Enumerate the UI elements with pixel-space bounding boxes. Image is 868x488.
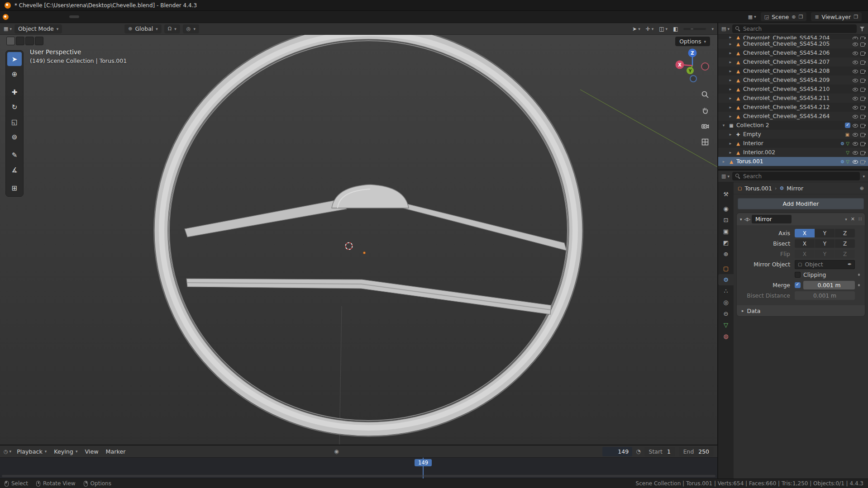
camera-view-icon[interactable] (700, 121, 711, 132)
disable-in-renders-toggle[interactable] (860, 114, 866, 119)
shading-solid[interactable] (691, 28, 693, 29)
editor-type-dropdown[interactable]: ▦ ▾ (4, 26, 12, 32)
hide-in-viewport-toggle[interactable] (852, 68, 858, 74)
hide-in-viewport-toggle[interactable] (852, 95, 858, 101)
outliner-row[interactable]: ▸ ▲ Chevrolet_Chevelle_SS454.208 (718, 66, 868, 76)
disable-in-renders-toggle[interactable] (860, 132, 866, 137)
bisect-x-button[interactable]: X (795, 239, 815, 248)
select-visibility-dropdown[interactable]: ➤ ▾ (632, 26, 640, 32)
workspace-tab-scripting[interactable] (178, 15, 188, 18)
new-view-layer-icon[interactable]: ❐ (854, 14, 858, 20)
timeline-scrollbar[interactable] (2, 475, 715, 477)
tab-modifiers[interactable]: ⚙ (718, 274, 734, 285)
disable-in-renders-toggle[interactable] (860, 104, 866, 110)
disclosure-icon[interactable]: ▸ (728, 150, 733, 155)
pin-icon[interactable]: ⊕ (860, 185, 864, 191)
disable-in-renders-toggle[interactable] (860, 95, 866, 101)
select-mode-subtract[interactable] (25, 37, 34, 45)
disclosure-icon[interactable]: ▸ (728, 105, 733, 109)
collapse-icon[interactable]: ▾ (740, 217, 742, 222)
disclosure-icon[interactable]: ▸ (728, 114, 733, 118)
hide-in-viewport-toggle[interactable] (852, 41, 858, 47)
flip-z-button[interactable]: Z (835, 250, 855, 258)
tab-object-data[interactable]: ▽ (718, 319, 734, 331)
blender-menu-icon[interactable] (3, 14, 9, 20)
outliner-row[interactable]: ▸ ▲ Chevrolet_Chevelle_SS454.212 (718, 103, 868, 112)
shading-material-preview[interactable] (696, 28, 699, 29)
shading-rendered[interactable] (701, 28, 704, 29)
tool-move[interactable]: ✚ (7, 85, 22, 99)
hide-in-viewport-toggle[interactable] (852, 35, 858, 39)
proportional-edit-toggle[interactable]: ◎ ▾ (183, 24, 199, 33)
timeline-editor-type-dropdown[interactable]: ◷ ▾ (4, 449, 11, 455)
disable-in-renders-toggle[interactable] (860, 68, 866, 74)
flip-y-button[interactable]: Y (815, 250, 835, 258)
tab-output[interactable]: ⊡ (718, 214, 734, 226)
pin-icon[interactable]: ⊕ (792, 14, 796, 20)
breadcrumb-object[interactable]: Torus.001 (744, 185, 772, 192)
editor-display-dropdown[interactable]: ▦ ▾ (748, 14, 756, 20)
workspace-tab-compositing[interactable] (156, 15, 166, 18)
next-keyframe-button[interactable] (369, 450, 374, 452)
modifier-extras-dropdown[interactable]: ▾ (845, 217, 847, 222)
pan-hand-icon[interactable] (700, 105, 711, 116)
disable-in-renders-toggle[interactable] (860, 150, 866, 156)
use-preview-range-icon[interactable]: ◔ (636, 448, 640, 455)
collection-checkbox[interactable] (845, 123, 850, 128)
xray-toggle[interactable]: ◧ (673, 26, 678, 32)
axis-z-button[interactable]: Z (835, 229, 855, 237)
modifier-name-field[interactable]: Mirror (752, 215, 792, 223)
tab-world[interactable]: ⊕ (718, 248, 734, 260)
hide-in-viewport-toggle[interactable] (852, 50, 858, 56)
outliner-row[interactable]: ▸ ▲ Chevrolet_Chevelle_SS454.209 (718, 76, 868, 85)
tab-object[interactable]: ▢ (718, 263, 734, 274)
view-layer-selector[interactable]: ≣ ViewLayer ❐ (811, 12, 862, 21)
disclosure-icon[interactable]: ▸ (728, 78, 733, 82)
disclosure-icon[interactable]: ▸ (728, 60, 733, 64)
end-frame-field[interactable]: End 250 (679, 447, 714, 456)
bisect-distance-field[interactable]: 0.001 m (795, 291, 855, 300)
new-scene-icon[interactable]: ❐ (799, 14, 803, 20)
disable-in-renders-toggle[interactable] (860, 123, 866, 128)
tab-material[interactable]: ◍ (718, 331, 734, 342)
outliner-row[interactable]: ▸ ▲ Chevrolet_Chevelle_SS454.206 (718, 48, 868, 57)
previous-keyframe-button[interactable] (350, 450, 355, 452)
hide-in-viewport-toggle[interactable] (852, 132, 858, 137)
workspace-tab-shading[interactable] (124, 15, 134, 18)
disable-in-renders-toggle[interactable] (860, 159, 866, 165)
hide-in-viewport-toggle[interactable] (852, 77, 858, 83)
timeline-ruler[interactable]: 149 (0, 458, 717, 479)
play-reverse-button[interactable] (356, 450, 362, 452)
outliner-row[interactable]: ▾ ▦ Collection 2 (718, 121, 868, 130)
outliner-row[interactable]: ▸ ▲ Chevrolet_Chevelle_SS454.210 (718, 85, 868, 94)
properties-editor-type-dropdown[interactable]: ▥ ▾ (721, 173, 730, 179)
workspace-tab-animation[interactable] (134, 15, 144, 18)
workspace-tab-rendering[interactable] (145, 15, 155, 18)
eyedropper-icon[interactable]: ✒ (848, 261, 852, 267)
gizmos-dropdown[interactable]: ✛ ▾ (646, 26, 654, 32)
workspace-tab-texture-paint[interactable] (113, 15, 123, 18)
modifier-panel-header[interactable]: ▾ ◁▷ Mirror ▾ ✕ ∷ (737, 213, 865, 225)
snapping-toggle[interactable]: Ω ▾ (164, 24, 180, 33)
hide-in-viewport-toggle[interactable] (852, 141, 858, 147)
tool-rotate[interactable]: ↻ (7, 100, 22, 114)
disclosure-icon[interactable]: ▸ (728, 141, 733, 146)
add-workspace-button[interactable] (189, 15, 195, 18)
workspace-tab-layout[interactable] (69, 15, 79, 18)
auto-keying-toggle[interactable]: ◉ (334, 448, 339, 455)
hide-in-viewport-toggle[interactable] (852, 159, 858, 165)
timeline-keying-menu[interactable]: Keying ▾ (50, 448, 81, 455)
disable-in-renders-toggle[interactable] (860, 86, 866, 92)
tool-transform[interactable]: ⊚ (7, 130, 22, 144)
merge-threshold-field[interactable]: 0.001 m (803, 281, 855, 289)
select-mode-new[interactable] (6, 37, 15, 45)
bisect-z-button[interactable]: Z (835, 239, 855, 248)
clipping-checkbox[interactable] (795, 272, 801, 278)
tool-cursor[interactable]: ⊕ (7, 67, 22, 81)
flip-x-button[interactable]: X (795, 250, 815, 258)
axis-y-button[interactable]: Y (815, 229, 835, 237)
breadcrumb-modifier[interactable]: Mirror (787, 185, 803, 192)
hide-in-viewport-toggle[interactable] (852, 59, 858, 65)
disclosure-icon[interactable]: ▸ (728, 51, 733, 55)
workspace-tab-modeling[interactable] (80, 15, 90, 18)
